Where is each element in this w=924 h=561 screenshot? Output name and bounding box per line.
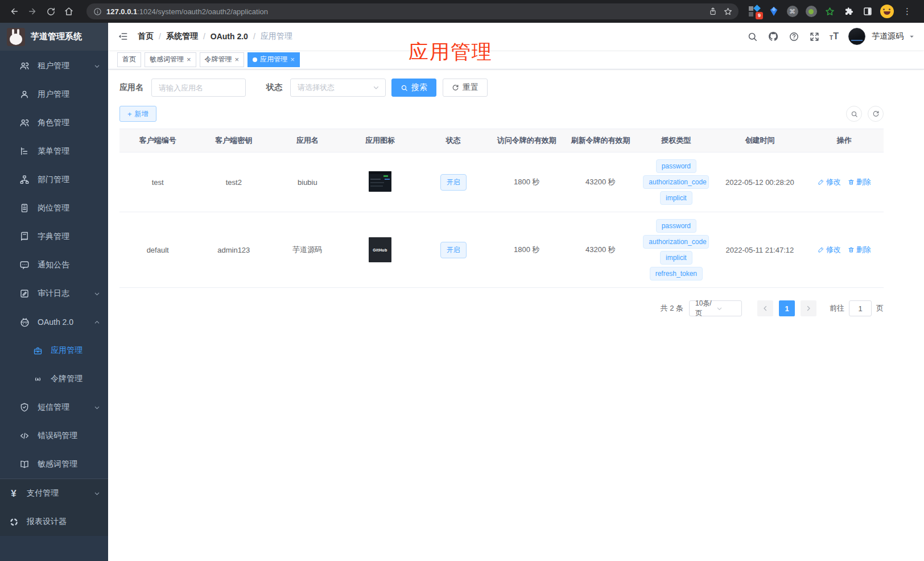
current-page-button[interactable]: 1 xyxy=(779,300,795,316)
menu-tree-icon xyxy=(19,146,30,157)
chevron-down-icon xyxy=(94,63,100,69)
sidebar-item-pay[interactable]: ¥ 支付管理 xyxy=(0,479,108,508)
sidebar-item-oauth-token[interactable]: 令牌管理 xyxy=(0,365,108,393)
tags-view-bar: 首页 敏感词管理 × 令牌管理 × 应用管理 × xyxy=(108,50,924,69)
username[interactable]: 芋道源码 xyxy=(872,31,904,42)
app-title: 芋道管理系统 xyxy=(31,31,82,42)
sidebar-logo[interactable]: 芋道管理系统 xyxy=(0,23,108,51)
chevron-down-icon xyxy=(373,84,380,91)
extensions-row: 9 ⌘ ⋮ xyxy=(744,5,918,18)
sidebar-item-dept[interactable]: 部门管理 xyxy=(0,166,108,194)
delete-button[interactable]: 删除 xyxy=(848,245,871,255)
breadcrumb-system[interactable]: 系统管理 xyxy=(166,31,198,42)
app-icon-image xyxy=(369,171,391,192)
close-icon[interactable]: × xyxy=(290,56,295,63)
main-area: 应用管理 首页 / 系统管理 / OAuth 2.0 / 应用管理 xyxy=(108,23,924,561)
sidebar-item-dict[interactable]: 字典管理 xyxy=(0,222,108,251)
address-bar[interactable]: 127.0.0.1:1024/system/oauth2/oauth2/appl… xyxy=(86,3,739,19)
reload-icon[interactable] xyxy=(42,3,59,20)
applications-table: 客户端编号 客户端密钥 应用名 应用图标 状态 访问令牌的有效期 刷新令牌的有效… xyxy=(119,129,884,288)
sidebar-item-role[interactable]: 角色管理 xyxy=(0,109,108,137)
sidebar-collapse-icon[interactable] xyxy=(117,31,129,42)
home-icon[interactable] xyxy=(60,3,77,20)
sidebar-item-sms[interactable]: 短信管理 xyxy=(0,393,108,422)
forward-icon[interactable] xyxy=(24,3,41,20)
close-icon[interactable]: × xyxy=(187,56,191,63)
font-size-icon[interactable]: TT xyxy=(830,32,839,41)
add-button[interactable]: + 新增 xyxy=(119,106,156,122)
bookmark-star-icon[interactable] xyxy=(720,4,735,19)
refresh-button[interactable] xyxy=(868,106,884,122)
grant-type-tag: refresh_token xyxy=(650,267,703,280)
tag-sensitive-word[interactable]: 敏感词管理 × xyxy=(145,52,196,67)
grant-type-tag: password xyxy=(656,159,696,173)
sidebar-item-menu[interactable]: 菜单管理 xyxy=(0,137,108,166)
col-client-secret: 客户端密钥 xyxy=(196,129,271,152)
caret-down-icon[interactable] xyxy=(909,34,915,40)
share-icon[interactable] xyxy=(706,4,720,19)
app-name-input[interactable] xyxy=(151,79,246,97)
toggle-search-button[interactable] xyxy=(846,106,862,122)
extension-darkmode-icon[interactable] xyxy=(861,6,873,18)
sidebar-item-notice[interactable]: 通知公告 xyxy=(0,251,108,279)
sidebar-item-report-designer[interactable]: 报表设计器 xyxy=(0,508,108,536)
sidebar-item-oauth[interactable]: OAuth 2.0 xyxy=(0,308,108,336)
profile-avatar-icon[interactable] xyxy=(880,5,894,18)
pagination: 共 2 条 10条/页 1 前往 xyxy=(119,300,884,316)
delete-button[interactable]: 删除 xyxy=(848,177,871,187)
status-badge[interactable]: 开启 xyxy=(440,242,467,258)
user-avatar[interactable] xyxy=(848,28,865,45)
breadcrumb-home[interactable]: 首页 xyxy=(138,31,154,42)
sidebar-item-oauth-application[interactable]: 应用管理 xyxy=(0,336,108,365)
search-button[interactable]: 搜索 xyxy=(391,79,436,97)
extension-command-icon[interactable]: ⌘ xyxy=(786,6,798,18)
github-icon[interactable] xyxy=(768,31,779,42)
search-icon[interactable] xyxy=(747,31,758,42)
oauth-submenu: 应用管理 令牌管理 xyxy=(0,336,108,393)
fullscreen-icon[interactable] xyxy=(809,31,820,42)
prev-page-button[interactable] xyxy=(757,300,773,316)
users-icon xyxy=(19,117,30,129)
sidebar-item-post[interactable]: 岗位管理 xyxy=(0,194,108,222)
tag-token[interactable]: 令牌管理 × xyxy=(200,52,245,67)
sidebar-item-audit[interactable]: 审计日志 xyxy=(0,279,108,308)
status-select[interactable]: 请选择状态 xyxy=(290,79,386,97)
back-icon[interactable] xyxy=(6,3,23,20)
next-page-button[interactable] xyxy=(801,300,816,316)
goto-page-input[interactable] xyxy=(849,300,872,316)
edit-button[interactable]: 修改 xyxy=(818,245,841,255)
sidebar-item-user[interactable]: 用户管理 xyxy=(0,80,108,109)
extension-record-icon[interactable] xyxy=(805,6,817,18)
breadcrumb-oauth[interactable]: OAuth 2.0 xyxy=(211,32,248,41)
extensions-puzzle-icon[interactable] xyxy=(843,6,855,18)
extension-gem-icon[interactable] xyxy=(768,6,779,18)
site-info-icon[interactable] xyxy=(93,7,102,16)
page-size-select[interactable]: 10条/页 xyxy=(689,300,742,316)
table-row: default admin123 芋道源码 GitHub 开启 1800 秒 4… xyxy=(119,212,884,288)
sidebar-item-errorcode[interactable]: 错误码管理 xyxy=(0,422,108,450)
chevron-down-icon xyxy=(94,405,100,411)
grant-type-tag: authorization_code xyxy=(643,235,709,249)
help-icon[interactable] xyxy=(789,31,799,42)
tag-home[interactable]: 首页 xyxy=(117,52,141,67)
shield-check-icon xyxy=(19,402,30,413)
table-row: test test2 biubiu 开启 1800 秒 43200 秒 xyxy=(119,152,884,212)
breadcrumb: 首页 / 系统管理 / OAuth 2.0 / 应用管理 xyxy=(138,31,292,42)
edit-button[interactable]: 修改 xyxy=(818,177,841,187)
browser-menu-icon[interactable]: ⋮ xyxy=(901,6,914,16)
extension-blocks-icon[interactable]: 9 xyxy=(749,6,761,18)
close-icon[interactable]: × xyxy=(235,56,240,63)
status-badge[interactable]: 开启 xyxy=(440,174,467,191)
extension-star-icon[interactable] xyxy=(824,6,836,18)
navbar-actions: TT 芋道源码 xyxy=(747,28,915,45)
code-icon xyxy=(19,430,30,442)
reset-button[interactable]: 重置 xyxy=(443,79,488,97)
app-name-label: 应用名 xyxy=(119,82,143,93)
table-header-row: 客户端编号 客户端密钥 应用名 应用图标 状态 访问令牌的有效期 刷新令牌的有效… xyxy=(119,129,884,152)
token-signal-icon xyxy=(32,373,43,385)
goto-label: 前往 xyxy=(830,303,844,314)
tag-application[interactable]: 应用管理 × xyxy=(248,52,300,67)
sidebar-item-tenant[interactable]: 租户管理 xyxy=(0,52,108,80)
col-grant-types: 授权类型 xyxy=(638,129,715,152)
sidebar-item-sensitive-word[interactable]: 敏感词管理 xyxy=(0,450,108,478)
